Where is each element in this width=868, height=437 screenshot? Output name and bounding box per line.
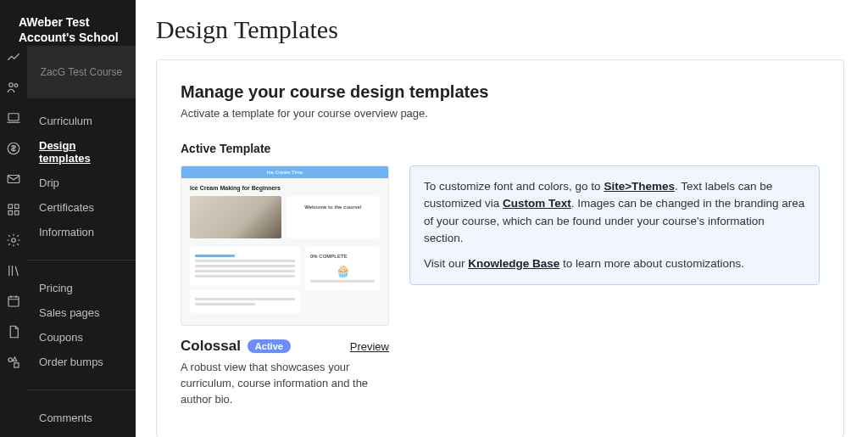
preview-progress-label: 0% COMPLETE (310, 254, 375, 259)
info-line-1: To customize font and colors, go to Site… (424, 178, 805, 247)
side-nav: ZacG Test Course Curriculum Design templ… (27, 0, 136, 437)
preview-welcome: Welcome to the course! (287, 196, 380, 238)
preview-link[interactable]: Preview (350, 340, 389, 353)
mail-icon[interactable] (6, 171, 21, 187)
gear-icon[interactable] (6, 233, 21, 248)
svg-point-9 (12, 238, 16, 243)
knowledge-base-link[interactable]: Knowledge Base (468, 257, 559, 270)
active-badge: Active (248, 339, 291, 353)
template-thumb-column: Ice Cream Time Ice Cream Making for Begi… (181, 165, 389, 408)
nav-separator (27, 389, 136, 390)
school-name: AWeber Test Account's School (7, 7, 134, 55)
svg-point-11 (8, 358, 13, 362)
template-meta: Colossal Active Preview A robust view th… (181, 338, 389, 408)
nav-order-bumps[interactable]: Order bumps (27, 350, 136, 374)
page-title: Design Templates (156, 15, 844, 44)
card-heading: Manage your course design templates (181, 82, 820, 102)
svg-rect-7 (8, 211, 13, 216)
customization-info: To customize font and colors, go to Site… (409, 165, 820, 285)
nav-drip[interactable]: Drip (27, 171, 136, 195)
analytics-icon[interactable] (6, 49, 21, 64)
preview-info-box (190, 290, 300, 313)
main: Design Templates Manage your course desi… (136, 0, 868, 437)
template-description: A robust view that showcases your curric… (181, 360, 389, 408)
svg-rect-2 (8, 114, 19, 120)
nav-group-engagement: Comments Students Reports (27, 395, 136, 437)
nav-curriculum[interactable]: Curriculum (27, 109, 136, 133)
template-preview[interactable]: Ice Cream Time Ice Cream Making for Begi… (181, 165, 389, 326)
active-template-label: Active Template (181, 142, 820, 155)
cupcake-icon: 🧁 (310, 264, 375, 277)
nav-sales-pages[interactable]: Sales pages (27, 300, 136, 325)
nav-information[interactable]: Information (27, 220, 136, 244)
apps-icon[interactable] (6, 202, 21, 217)
template-name: Colossal (181, 338, 241, 355)
shapes-icon[interactable] (6, 355, 21, 370)
preview-course-title: Ice Cream Making for Beginners (190, 185, 380, 191)
templates-card: Manage your course design templates Acti… (156, 59, 844, 437)
info-line-2: Visit our Knowledge Base to learn more a… (424, 255, 805, 272)
svg-rect-12 (14, 363, 19, 367)
dollar-icon[interactable] (6, 141, 21, 156)
svg-rect-4 (8, 176, 19, 183)
info-text: to learn more about customizations. (559, 257, 744, 270)
preview-curriculum-box (190, 247, 300, 285)
preview-hero-image (190, 196, 281, 238)
library-icon[interactable] (6, 263, 21, 278)
nav-group-commerce: Pricing Sales pages Coupons Order bumps (27, 266, 136, 384)
themes-link[interactable]: Site>Themes (604, 180, 675, 193)
nav-design-templates[interactable]: Design templates (27, 133, 136, 171)
nav-separator (27, 260, 136, 261)
svg-rect-8 (15, 211, 19, 216)
file-icon[interactable] (6, 324, 21, 339)
nav-certificates[interactable]: Certificates (27, 195, 136, 220)
nav-comments[interactable]: Comments (27, 406, 136, 430)
laptop-icon[interactable] (6, 110, 21, 126)
calendar-icon[interactable] (6, 294, 21, 309)
info-text: To customize font and colors, go to (424, 180, 604, 193)
svg-point-0 (9, 83, 14, 87)
nav-pricing[interactable]: Pricing (27, 276, 136, 300)
svg-rect-6 (15, 204, 19, 209)
svg-rect-5 (8, 204, 13, 209)
nav-coupons[interactable]: Coupons (27, 325, 136, 350)
preview-progress-box: 0% COMPLETE 🧁 (305, 247, 380, 290)
nav-group-course: Curriculum Design templates Drip Certifi… (27, 98, 136, 255)
icon-rail (0, 0, 27, 437)
card-subtitle: Activate a template for your course over… (181, 107, 820, 120)
custom-text-link[interactable]: Custom Text (503, 197, 571, 210)
nav-students[interactable]: Students (27, 430, 136, 437)
svg-rect-10 (8, 297, 19, 306)
sidebar: AWeber Test Account's School ZacG Test C… (0, 0, 136, 437)
info-text: Visit our (424, 257, 468, 270)
preview-topbar: Ice Cream Time (181, 166, 388, 178)
people-icon[interactable] (6, 80, 21, 95)
active-template-row: Ice Cream Time Ice Cream Making for Begi… (181, 165, 820, 408)
svg-point-1 (14, 84, 18, 87)
